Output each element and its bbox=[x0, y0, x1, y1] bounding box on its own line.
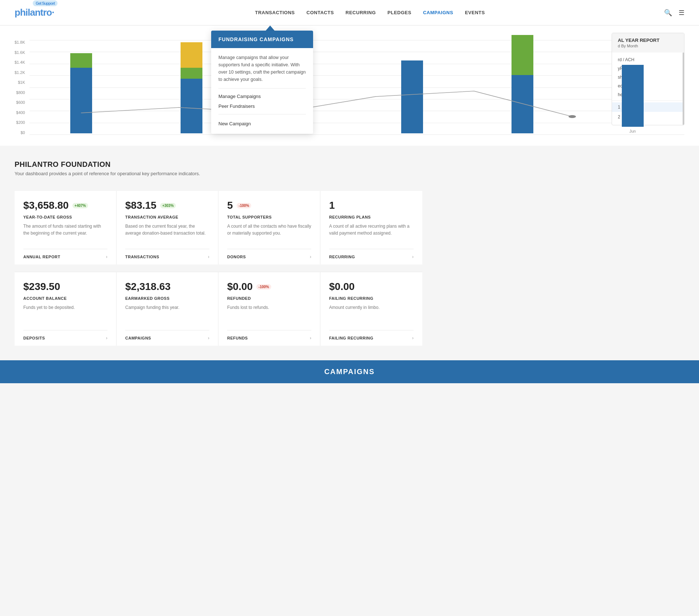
kpi-card-ytd: $3,658.80 +407% YEAR-TO-DATE GROSS The a… bbox=[15, 191, 116, 264]
nav-icons: 🔍 ☰ bbox=[664, 9, 684, 17]
logo[interactable]: philantro· Get Support bbox=[15, 7, 54, 18]
kpi-desc-ytd: The amount of funds raised starting with… bbox=[23, 223, 107, 243]
kpi-label-earmarked: EARMARKED GROSS bbox=[125, 296, 209, 301]
kpi-button-recurring[interactable]: RECURRING › bbox=[329, 249, 414, 264]
manage-campaigns-link[interactable]: Manage Campaigns bbox=[218, 91, 306, 101]
chart-y-axis: $1.8K $1.6K $1.4K $1.2K $1K $800 $600 $4… bbox=[15, 40, 25, 135]
kpi-value-supporters: 5 bbox=[227, 200, 233, 211]
kpi-value-recurring: 1 bbox=[329, 200, 335, 211]
chart-section: $1.8K $1.6K $1.4K $1.2K $1K $800 $600 $4… bbox=[0, 25, 699, 146]
get-support-badge[interactable]: Get Support bbox=[33, 0, 58, 6]
nav-events[interactable]: EVENTS bbox=[465, 10, 485, 15]
kpi-label-ytd: YEAR-TO-DATE GROSS bbox=[23, 215, 107, 219]
bottom-bar: CAMPAIGNS bbox=[0, 360, 699, 383]
bar-stack-1 bbox=[70, 53, 92, 133]
kpi-value-row-3: 5 -100% bbox=[227, 200, 311, 211]
bar-stack-4 bbox=[401, 60, 423, 133]
kpi-value-row-4: 1 bbox=[329, 200, 414, 211]
menu-icon[interactable]: ☰ bbox=[679, 9, 684, 17]
kpi-card-supporters: 5 -100% TOTAL SUPPORTERS A count of all … bbox=[218, 191, 320, 264]
kpi-button-label-refunded: REFUNDS bbox=[227, 336, 248, 340]
y-label-1000: $1K bbox=[15, 80, 25, 85]
kpi-arrow-refunded: › bbox=[310, 336, 311, 341]
kpi-value-row-2: $83.15 +303% bbox=[125, 200, 209, 211]
kpi-card-avg: $83.15 +303% TRANSACTION AVERAGE Based o… bbox=[116, 191, 218, 264]
y-label-200: $200 bbox=[15, 120, 25, 125]
chart-bars: Jun bbox=[29, 40, 684, 135]
dropdown-description: Manage campaigns that allow your support… bbox=[218, 54, 306, 83]
kpi-value-ytd: $3,658.80 bbox=[23, 200, 69, 211]
kpi-badge-supporters: -100% bbox=[237, 203, 252, 208]
kpi-value-row-8: $0.00 bbox=[329, 281, 414, 293]
bar-blue-1 bbox=[70, 68, 92, 133]
kpi-card-earmarked: $2,318.63 EARMARKED GROSS Campaign fundi… bbox=[116, 272, 218, 346]
nav-recurring[interactable]: RECURRING bbox=[345, 10, 376, 15]
y-label-1200: $1.2K bbox=[15, 70, 25, 75]
bar-green-2 bbox=[181, 68, 202, 79]
dropdown-divider-1 bbox=[218, 88, 306, 89]
kpi-arrow-avg: › bbox=[208, 254, 209, 259]
kpi-button-avg[interactable]: TRANSACTIONS › bbox=[125, 249, 209, 264]
kpi-value-row-5: $239.50 bbox=[23, 281, 107, 293]
bar-stack-5 bbox=[512, 35, 533, 133]
nav-pledges[interactable]: PLEDGES bbox=[387, 10, 411, 15]
kpi-value-earmarked: $2,318.63 bbox=[125, 281, 171, 293]
kpi-label-recurring: RECURRING PLANS bbox=[329, 215, 414, 219]
kpi-button-earmarked[interactable]: CAMPAIGNS › bbox=[125, 330, 209, 346]
kpi-button-balance[interactable]: DEPOSITS › bbox=[23, 330, 107, 346]
kpi-arrow-recurring: › bbox=[412, 254, 414, 259]
kpi-arrow-balance: › bbox=[106, 336, 107, 341]
kpi-button-label-recurring: RECURRING bbox=[329, 255, 355, 259]
dropdown-arrow bbox=[266, 25, 275, 31]
y-label-1800: $1.8K bbox=[15, 40, 25, 44]
bar-green-1 bbox=[70, 53, 92, 68]
kpi-arrow-ytd: › bbox=[106, 254, 107, 259]
kpi-desc-earmarked: Campaign funding this year. bbox=[125, 304, 209, 324]
kpi-card-balance: $239.50 ACCOUNT BALANCE Funds yet to be … bbox=[15, 272, 116, 346]
nav-campaigns[interactable]: CAMPAIGNS bbox=[423, 10, 453, 15]
kpi-button-ytd[interactable]: ANNUAL REPORT › bbox=[23, 249, 107, 264]
new-campaign-link[interactable]: New Campaign bbox=[218, 117, 306, 128]
nav-transactions[interactable]: TRANSACTIONS bbox=[255, 10, 295, 15]
kpi-desc-failing: Amount currently in limbo. bbox=[329, 304, 414, 324]
bar-group-4 bbox=[360, 60, 464, 133]
org-subtitle: Your dashboard provides a point of refer… bbox=[15, 171, 422, 176]
kpi-badge-ytd: +407% bbox=[72, 203, 88, 208]
kpi-button-label-ytd: ANNUAL REPORT bbox=[23, 255, 60, 259]
chart-container: $1.8K $1.6K $1.4K $1.2K $1K $800 $600 $4… bbox=[15, 33, 684, 135]
dropdown-header: FUNDRAISING CAMPAIGNS bbox=[211, 31, 313, 48]
bar-group-5 bbox=[470, 35, 574, 133]
kpi-row-1: $3,658.80 +407% YEAR-TO-DATE GROSS The a… bbox=[15, 191, 422, 264]
kpi-desc-avg: Based on the current fiscal year, the av… bbox=[125, 223, 209, 243]
kpi-button-label-supporters: DONORS bbox=[227, 255, 246, 259]
kpi-button-refunded[interactable]: REFUNDS › bbox=[227, 330, 311, 346]
peer-fundraisers-link[interactable]: Peer Fundraisers bbox=[218, 101, 306, 111]
kpi-desc-supporters: A count of all the contacts who have fis… bbox=[227, 223, 311, 243]
kpi-desc-recurring: A count of all active recurring plans wi… bbox=[329, 223, 414, 243]
y-label-1600: $1.6K bbox=[15, 50, 25, 55]
kpi-card-refunded: $0.00 -100% REFUNDED Funds lost to refun… bbox=[218, 272, 320, 346]
y-label-1400: $1.4K bbox=[15, 60, 25, 64]
dropdown-menu: FUNDRAISING CAMPAIGNS Manage campaigns t… bbox=[211, 31, 313, 134]
nav-contacts[interactable]: CONTACTS bbox=[307, 10, 334, 15]
kpi-badge-refunded: -100% bbox=[256, 284, 271, 290]
bar-group-6: Jun bbox=[581, 65, 684, 133]
dropdown-divider-2 bbox=[218, 114, 306, 114]
dashboard: PHILANTRO FOUNDATION Your dashboard prov… bbox=[0, 146, 437, 353]
bar-blue-2 bbox=[181, 79, 202, 133]
kpi-button-failing[interactable]: FAILING RECURRING › bbox=[329, 330, 414, 346]
org-name: PHILANTRO FOUNDATION bbox=[15, 160, 422, 169]
kpi-badge-avg: +303% bbox=[160, 203, 176, 208]
bar-blue-4 bbox=[401, 60, 423, 133]
kpi-button-label-balance: DEPOSITS bbox=[23, 336, 45, 340]
kpi-value-row-6: $2,318.63 bbox=[125, 281, 209, 293]
kpi-button-label-earmarked: CAMPAIGNS bbox=[125, 336, 151, 340]
kpi-value-row-1: $3,658.80 +407% bbox=[23, 200, 107, 211]
bottom-bar-label: CAMPAIGNS bbox=[324, 368, 375, 376]
y-label-0: $0 bbox=[15, 130, 25, 135]
search-icon[interactable]: 🔍 bbox=[664, 9, 672, 17]
kpi-button-supporters[interactable]: DONORS › bbox=[227, 249, 311, 264]
kpi-label-failing: FAILING RECURRING bbox=[329, 296, 414, 301]
kpi-label-refunded: REFUNDED bbox=[227, 296, 311, 301]
bar-yellow-2 bbox=[181, 42, 202, 68]
